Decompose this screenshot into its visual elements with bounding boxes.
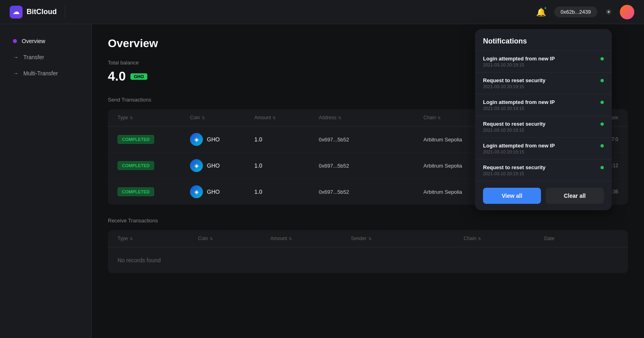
coin-icon: ◈ <box>190 185 203 198</box>
logo-icon: ☁ <box>10 6 23 19</box>
notification-dot <box>544 6 547 10</box>
address-col-label: Address <box>319 115 336 120</box>
view-all-button[interactable]: View all <box>483 188 541 204</box>
notification-title: Login attempted from new IP <box>483 143 596 149</box>
notification-title: Request to reset security <box>483 164 596 170</box>
status-cell: COMPLETED <box>118 135 190 144</box>
amount-col-label: Amount <box>254 115 271 120</box>
sort-icon: ⇅ <box>338 116 341 120</box>
type-col-label: Type <box>118 115 128 120</box>
notification-actions: View all Clear all <box>475 181 612 210</box>
notification-item: Login attempted from new IP 2021-03-10 2… <box>475 50 612 72</box>
notification-time: 2021-03-10 20:19:15 <box>483 128 596 133</box>
sort-icon: ⇅ <box>130 236 133 241</box>
amount-col-header[interactable]: Amount ⇅ <box>254 115 319 120</box>
notification-title: Request to reset security <box>483 77 596 83</box>
amount-col-label: Amount <box>270 236 287 241</box>
coin-icon: ◈ <box>190 133 203 146</box>
notification-panel: Notifications Login attempted from new I… <box>475 29 612 210</box>
notification-item: Request to reset security 2021-03-10 20:… <box>475 116 612 137</box>
app-name: BitCloud <box>27 8 57 16</box>
type-col-header[interactable]: Type ⇅ <box>118 115 190 120</box>
wallet-address-button[interactable]: 0x62b...2439 <box>554 6 597 17</box>
coin-symbol: GHO <box>207 136 220 143</box>
sender-col-header[interactable]: Sender ⇅ <box>351 236 464 241</box>
avatar[interactable] <box>620 5 634 19</box>
nav-divider <box>65 6 65 18</box>
address-col-header[interactable]: Address ⇅ <box>319 115 423 120</box>
address-cell: 0x697...5b52 <box>319 189 423 195</box>
sort-icon: ⇅ <box>202 116 205 120</box>
address-cell: 0x697...5b52 <box>319 137 423 143</box>
unread-dot <box>601 57 604 60</box>
amount-cell: 1.0 <box>254 136 319 143</box>
sidebar-item-multi-transfer[interactable]: → Multi-Transfer <box>6 66 85 81</box>
amount-col-header[interactable]: Amount ⇅ <box>270 236 351 241</box>
sort-icon: ⇅ <box>210 236 213 241</box>
coin-col-header[interactable]: Coin ⇅ <box>190 115 254 120</box>
unread-dot <box>601 79 604 82</box>
notification-content: Login attempted from new IP 2021-03-10 2… <box>483 56 596 67</box>
sidebar: Overview → Transfer → Multi-Transfer <box>0 24 92 338</box>
notification-time: 2021-03-10 20:19:15 <box>483 171 596 176</box>
sidebar-item-label: Multi-Transfer <box>23 70 58 77</box>
arrow-icon: → <box>13 70 19 77</box>
gho-badge: GHO <box>130 73 147 80</box>
logo[interactable]: ☁ BitCloud <box>10 6 57 19</box>
chain-col-label: Chain <box>464 236 476 241</box>
amount-cell: 1.0 <box>254 162 319 169</box>
no-records-message: No records found <box>108 247 628 273</box>
coin-col-header[interactable]: Coin ⇅ <box>198 236 270 241</box>
unread-dot <box>601 144 604 147</box>
notification-content: Request to reset security 2021-03-10 20:… <box>483 164 596 176</box>
status-badge: COMPLETED <box>118 187 154 196</box>
balance-amount: 4.0 <box>108 69 126 84</box>
notification-title: Login attempted from new IP <box>483 99 596 105</box>
coin-cell: ◈ GHO <box>190 133 254 146</box>
theme-toggle-button[interactable]: ☀ <box>604 6 613 18</box>
coin-symbol: GHO <box>207 189 220 195</box>
sender-col-label: Sender <box>351 236 367 241</box>
active-indicator-icon <box>13 39 17 43</box>
sort-icon: ⇅ <box>289 236 292 241</box>
sort-icon: ⇅ <box>368 236 372 241</box>
arrow-icon: → <box>13 54 19 60</box>
unread-dot <box>601 101 604 104</box>
sidebar-item-overview[interactable]: Overview <box>6 34 85 48</box>
notification-item: Login attempted from new IP 2021-03-10 2… <box>475 94 612 116</box>
address-cell: 0x697...5b52 <box>319 163 423 169</box>
notification-content: Login attempted from new IP 2021-03-10 2… <box>483 99 596 111</box>
receive-transactions-table: Type ⇅ Coin ⇅ Amount ⇅ Sender ⇅ Chain ⇅ … <box>108 230 628 273</box>
notification-time: 2021-03-10 20:19:15 <box>483 62 596 67</box>
notification-content: Login attempted from new IP 2021-03-10 2… <box>483 143 596 154</box>
sort-icon: ⇅ <box>272 116 276 120</box>
coin-cell: ◈ GHO <box>190 185 254 198</box>
status-badge: COMPLETED <box>118 161 154 170</box>
date-col-header[interactable]: Date <box>544 236 618 241</box>
bell-button[interactable]: 🔔 <box>535 6 548 19</box>
type-col-header[interactable]: Type ⇅ <box>118 236 198 241</box>
clear-all-button[interactable]: Clear all <box>546 188 604 204</box>
receive-transactions-title: Receive Transactions <box>108 218 628 224</box>
notification-item: Request to reset security 2021-03-10 20:… <box>475 72 612 94</box>
unread-dot <box>601 166 604 169</box>
nav-actions: 🔔 0x62b...2439 ☀ <box>535 5 634 19</box>
coin-icon: ◈ <box>190 159 203 172</box>
type-col-label: Type <box>118 236 128 241</box>
receive-table-header: Type ⇅ Coin ⇅ Amount ⇅ Sender ⇅ Chain ⇅ … <box>108 230 628 247</box>
notification-title: Request to reset security <box>483 121 596 127</box>
amount-cell: 1.0 <box>254 189 319 195</box>
sort-icon: ⇅ <box>130 116 133 120</box>
chain-col-label: Chain <box>423 115 436 120</box>
notification-time: 2021-03-10 20:19:15 <box>483 84 596 89</box>
coin-col-label: Coin <box>198 236 208 241</box>
coin-symbol: GHO <box>207 162 220 169</box>
sidebar-item-label: Overview <box>22 38 45 44</box>
coin-cell: ◈ GHO <box>190 159 254 172</box>
sidebar-item-transfer[interactable]: → Transfer <box>6 50 85 64</box>
notification-content: Request to reset security 2021-03-10 20:… <box>483 121 596 133</box>
notification-time: 2021-03-10 20:19:15 <box>483 149 596 154</box>
chain-col-header[interactable]: Chain ⇅ <box>464 236 544 241</box>
notification-time: 2021-03-10 20:19:15 <box>483 106 596 111</box>
top-navigation: ☁ BitCloud 🔔 0x62b...2439 ☀ <box>0 0 644 24</box>
